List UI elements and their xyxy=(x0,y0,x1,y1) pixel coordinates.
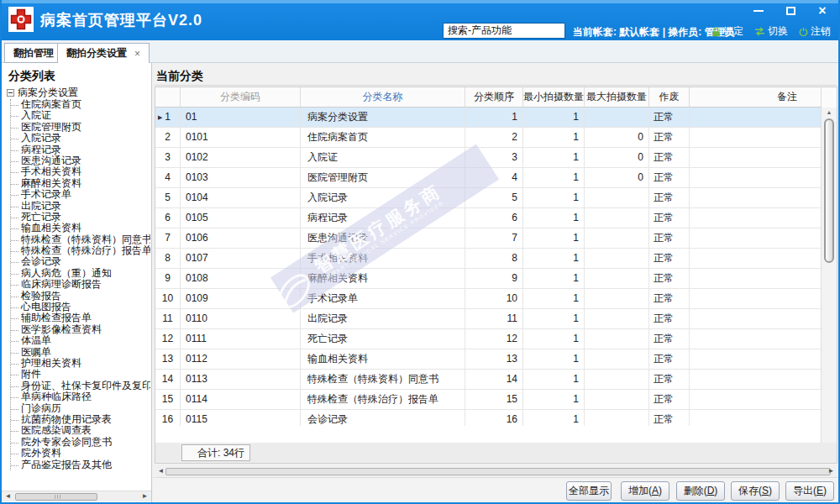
table-row[interactable]: 90108麻醉相关资料91正常 xyxy=(155,269,837,289)
scrollbar-thumb[interactable] xyxy=(824,118,834,263)
cell-void-status[interactable]: 正常 xyxy=(649,329,690,349)
cell-min-shots[interactable]: 1 xyxy=(523,349,585,370)
cell-category-order[interactable]: 8 xyxy=(465,249,523,269)
cell-category-name[interactable]: 住院病案首页 xyxy=(301,128,465,148)
cell-remark[interactable] xyxy=(690,188,822,208)
scroll-up-icon[interactable]: ▲ xyxy=(822,109,837,115)
cell-remark[interactable] xyxy=(690,410,822,426)
cell-remark[interactable] xyxy=(690,128,822,148)
tab-reshoot-management[interactable]: 翻拍管理 xyxy=(4,43,63,63)
header-remark[interactable]: 备注 xyxy=(690,87,822,108)
add-button[interactable]: 增加(A) xyxy=(621,481,669,501)
cell-category-code[interactable]: 0101 xyxy=(181,128,301,148)
cell-min-shots[interactable]: 1 xyxy=(523,269,585,289)
tree-item[interactable]: 病程记录 xyxy=(11,144,150,155)
table-row[interactable]: 40103医院管理附页410正常 xyxy=(155,168,837,188)
delete-button[interactable]: 删除(D) xyxy=(676,481,725,501)
tree-item[interactable]: 入院记录 xyxy=(11,133,150,144)
cell-min-shots[interactable]: 1 xyxy=(523,289,585,309)
cell-category-code[interactable]: 0102 xyxy=(181,148,301,168)
cell-category-code[interactable]: 0108 xyxy=(181,269,301,289)
cell-remark[interactable] xyxy=(690,108,822,128)
cell-void-status[interactable]: 正常 xyxy=(649,370,690,390)
cell-min-shots[interactable]: 1 xyxy=(523,108,585,128)
header-void-status[interactable]: 作废 xyxy=(649,87,690,108)
row-number-cell[interactable]: 13 xyxy=(155,349,181,370)
cell-max-shots[interactable] xyxy=(585,249,649,269)
cell-category-order[interactable]: 5 xyxy=(465,188,523,208)
tree-item[interactable]: 手术相关资料 xyxy=(11,166,150,177)
cell-void-status[interactable]: 正常 xyxy=(649,128,690,148)
search-input[interactable] xyxy=(443,23,565,39)
row-number-cell[interactable]: 5 xyxy=(155,188,181,208)
cell-category-code[interactable]: 0112 xyxy=(181,349,301,370)
cell-max-shots[interactable] xyxy=(585,370,649,390)
cell-max-shots[interactable] xyxy=(585,228,649,249)
cell-category-name[interactable]: 病程记录 xyxy=(301,208,465,228)
tree-item[interactable]: 医院管理附页 xyxy=(11,122,150,133)
row-number-cell[interactable]: 12 xyxy=(155,329,181,349)
cell-category-name[interactable]: 特殊检查（特殊资料）同意书 xyxy=(301,370,465,390)
cell-remark[interactable] xyxy=(690,269,822,289)
row-number-cell[interactable]: ▶1 xyxy=(155,108,181,128)
tree-item[interactable]: 医学影像检查资料 xyxy=(11,324,150,335)
scrollbar-thumb[interactable] xyxy=(15,493,97,501)
cell-max-shots[interactable] xyxy=(585,269,649,289)
cell-category-name[interactable]: 会诊记录 xyxy=(301,410,465,426)
cell-void-status[interactable]: 正常 xyxy=(649,228,690,249)
cell-remark[interactable] xyxy=(690,289,822,309)
row-number-cell[interactable]: 11 xyxy=(155,309,181,329)
cell-remark[interactable] xyxy=(690,168,822,188)
tree-item[interactable]: 病人病危（重）通知 xyxy=(11,268,150,279)
cell-max-shots[interactable] xyxy=(585,390,649,410)
cell-category-name[interactable]: 医院管理附页 xyxy=(301,168,465,188)
cell-category-name[interactable]: 入院证 xyxy=(301,148,465,168)
row-number-cell[interactable]: 7 xyxy=(155,228,181,249)
tree-item[interactable]: 产品鉴定报告及其他 xyxy=(11,459,150,470)
cell-void-status[interactable]: 正常 xyxy=(649,249,690,269)
row-number-cell[interactable]: 16 xyxy=(155,410,181,426)
cell-category-order[interactable]: 11 xyxy=(465,309,523,329)
switch-account-button[interactable]: 切换 xyxy=(754,24,788,39)
cell-void-status[interactable]: 正常 xyxy=(649,309,690,329)
cell-max-shots[interactable] xyxy=(585,208,649,228)
cell-min-shots[interactable]: 1 xyxy=(523,370,585,390)
tab-close-icon[interactable]: × xyxy=(134,48,140,60)
cell-category-name[interactable]: 入院记录 xyxy=(301,188,465,208)
row-number-cell[interactable]: 10 xyxy=(155,289,181,309)
cell-min-shots[interactable]: 1 xyxy=(523,208,585,228)
maximize-button[interactable] xyxy=(781,3,800,18)
save-button[interactable]: 保存(S) xyxy=(731,481,780,501)
cell-category-name[interactable]: 麻醉相关资料 xyxy=(301,269,465,289)
cell-min-shots[interactable]: 1 xyxy=(523,228,585,249)
cell-remark[interactable] xyxy=(690,249,822,269)
tab-reshoot-category-settings[interactable]: 翻拍分类设置 × xyxy=(57,43,150,64)
cell-category-code[interactable]: 0109 xyxy=(181,289,301,309)
tree-item[interactable]: 门诊病历 xyxy=(11,403,150,414)
cell-category-order[interactable]: 4 xyxy=(465,168,523,188)
cell-category-code[interactable]: 0115 xyxy=(181,410,301,426)
tree-item[interactable]: 手术记录单 xyxy=(11,189,150,200)
cell-min-shots[interactable]: 1 xyxy=(523,329,585,349)
tree-item[interactable]: 特殊检查（特殊资料）同意书 xyxy=(11,234,150,245)
table-horizontal-scrollbar[interactable]: ◄ ► xyxy=(155,466,837,477)
cell-category-order[interactable]: 6 xyxy=(465,208,523,228)
table-row[interactable]: 130112输血相关资料131正常 xyxy=(155,349,837,370)
header-max-shots[interactable]: 最大拍摄数量 xyxy=(585,87,649,108)
scroll-right-icon[interactable]: ► xyxy=(139,491,150,501)
table-row[interactable]: 80107手术相关资料81正常 xyxy=(155,249,837,269)
tree-item[interactable]: 临床病理诊断报告 xyxy=(11,279,150,290)
header-category-code[interactable]: 分类编码 xyxy=(181,87,301,108)
cell-min-shots[interactable]: 1 xyxy=(523,188,585,208)
cell-category-order[interactable]: 9 xyxy=(465,269,523,289)
cell-category-name[interactable]: 手术相关资料 xyxy=(301,249,465,269)
scrollbar-thumb[interactable] xyxy=(165,468,831,475)
cell-void-status[interactable]: 正常 xyxy=(649,289,690,309)
tree-item[interactable]: 身份证、社保卡复印件及复印件 xyxy=(11,381,150,391)
scroll-left-icon[interactable]: ◄ xyxy=(3,491,13,501)
tree-item[interactable]: 心电图报告 xyxy=(11,302,150,312)
lock-button[interactable]: 锁定 xyxy=(711,24,743,39)
cell-category-order[interactable]: 12 xyxy=(465,329,523,349)
cell-category-code[interactable]: 0110 xyxy=(181,309,301,329)
cell-min-shots[interactable]: 1 xyxy=(523,390,585,410)
